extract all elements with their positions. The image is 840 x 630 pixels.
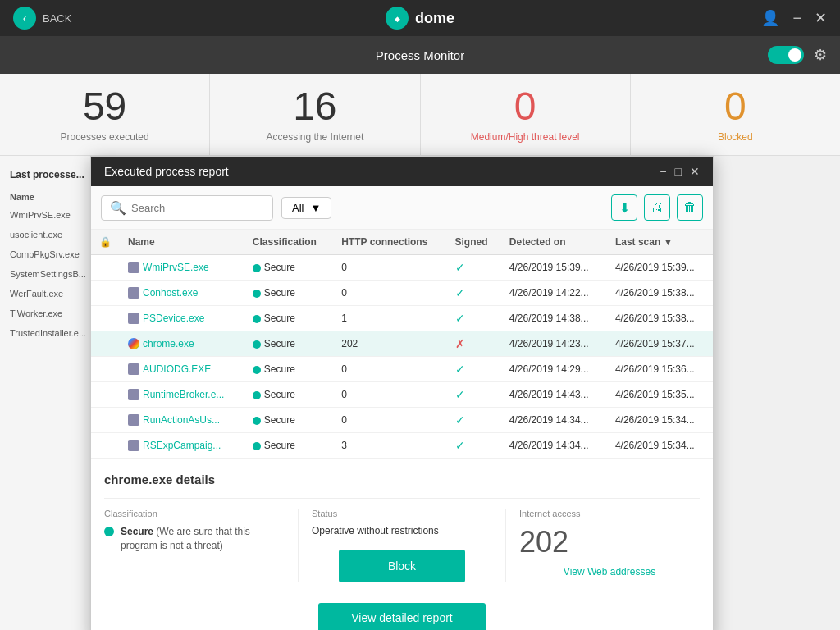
row-classification: Secure xyxy=(244,357,333,382)
table-row[interactable]: PSDevice.exe Secure 1 ✓ 4/26/2019 14:38.… xyxy=(91,306,713,331)
stat-label-processes: Processes executed xyxy=(61,131,149,143)
process-icon xyxy=(128,313,139,324)
classification-dot xyxy=(253,264,261,272)
internet-access-label: Internet access xyxy=(519,509,700,518)
row-signed: ✓ xyxy=(447,357,501,382)
classification-bold: Secure xyxy=(121,526,153,537)
classification-dot xyxy=(253,391,261,399)
row-http: 3 xyxy=(333,433,446,459)
executed-process-dialog: Executed process report − □ ✕ 🔍 All ▼ xyxy=(90,156,714,630)
dialog-header-controls: − □ ✕ xyxy=(660,165,700,178)
dialog-minimize-icon[interactable]: − xyxy=(660,165,666,178)
secure-dot xyxy=(104,527,114,536)
logo-icon: ⬥ xyxy=(386,7,409,30)
row-detected: 4/26/2019 14:34... xyxy=(501,408,607,433)
col-detected[interactable]: Detected on xyxy=(501,230,607,255)
back-button[interactable]: ‹ BACK xyxy=(13,7,71,30)
row-icon-cell xyxy=(91,331,120,357)
classification-dot xyxy=(253,315,261,323)
user-icon[interactable]: 👤 xyxy=(761,9,779,27)
signed-check-icon: ✓ xyxy=(455,312,465,325)
process-table: 🔒 Name Classification HTTP connections S… xyxy=(91,230,713,459)
stats-bar: 59 Processes executed 16 Accessing the I… xyxy=(0,74,840,156)
back-label: BACK xyxy=(43,12,71,25)
process-name-link[interactable]: RuntimeBroker.e... xyxy=(143,389,224,400)
table-row[interactable]: RuntimeBroker.e... Secure 0 ✓ 4/26/2019 … xyxy=(91,382,713,408)
process-name-link[interactable]: WmiPrvSE.exe xyxy=(143,262,209,273)
process-name-link[interactable]: AUDIODG.EXE xyxy=(143,363,211,375)
process-name-link[interactable]: RunActionAsUs... xyxy=(143,414,220,426)
row-http: 1 xyxy=(333,306,446,331)
process-monitor-toggle[interactable] xyxy=(768,46,804,64)
row-name: chrome.exe xyxy=(120,331,244,357)
dialog-header: Executed process report − □ ✕ xyxy=(91,157,713,186)
classification-dot xyxy=(253,442,261,450)
process-name-link[interactable]: chrome.exe xyxy=(143,338,194,349)
search-icon: 🔍 xyxy=(110,200,126,216)
row-last-scan: 4/26/2019 15:38... xyxy=(607,306,713,331)
pm-controls: ⚙ xyxy=(768,46,827,64)
signed-check-icon: ✓ xyxy=(455,413,465,427)
delete-icon-button[interactable]: 🗑 xyxy=(677,194,703,221)
process-name-link[interactable]: PSDevice.exe xyxy=(143,313,204,324)
export-icon-button[interactable]: ⬇ xyxy=(611,194,637,221)
settings-icon[interactable]: ⚙ xyxy=(814,46,827,64)
row-icon-cell xyxy=(91,382,120,408)
row-last-scan: 4/26/2019 15:36... xyxy=(607,357,713,382)
logo-text: dome xyxy=(415,10,454,27)
process-name-link[interactable]: RSExpCampaig... xyxy=(143,440,221,451)
search-input[interactable] xyxy=(131,202,262,214)
dialog-close-icon[interactable]: ✕ xyxy=(690,165,700,178)
process-icon xyxy=(128,389,139,400)
table-row[interactable]: WmiPrvSE.exe Secure 0 ✓ 4/26/2019 15:39.… xyxy=(91,255,713,281)
row-http: 202 xyxy=(333,331,446,357)
signed-check-icon: ✓ xyxy=(455,261,465,274)
process-monitor-title: Process Monitor xyxy=(376,48,464,62)
stat-processes-executed: 59 Processes executed xyxy=(0,74,210,155)
detail-sections: Classification Secure (We are sure that … xyxy=(104,498,700,582)
print-icon-button[interactable]: 🖨 xyxy=(644,194,670,221)
row-detected: 4/26/2019 15:39... xyxy=(501,255,607,281)
col-http[interactable]: HTTP connections xyxy=(333,230,446,255)
view-detailed-report-button[interactable]: View detailed report xyxy=(318,603,485,630)
classification-text: Secure (We are sure that this program is… xyxy=(121,525,285,553)
status-section: Status Operative without restrictions Bl… xyxy=(299,509,506,582)
table-row[interactable]: RunActionAsUs... Secure 0 ✓ 4/26/2019 14… xyxy=(91,408,713,433)
row-name: WmiPrvSE.exe xyxy=(120,255,244,281)
chevron-down-icon: ▼ xyxy=(310,202,321,214)
block-button[interactable]: Block xyxy=(339,550,465,582)
row-name: RuntimeBroker.e... xyxy=(120,382,244,408)
classification-row: Secure (We are sure that this program is… xyxy=(104,525,285,553)
table-row[interactable]: AUDIODG.EXE Secure 0 ✓ 4/26/2019 14:29..… xyxy=(91,357,713,382)
col-signed[interactable]: Signed xyxy=(447,230,501,255)
close-icon[interactable]: ✕ xyxy=(815,9,827,27)
internet-access-section: Internet access 202 View Web addresses xyxy=(506,509,700,582)
dialog-overlay: Executed process report − □ ✕ 🔍 All ▼ xyxy=(0,156,840,630)
minimize-icon[interactable]: − xyxy=(792,10,801,27)
col-name[interactable]: Name xyxy=(120,230,244,255)
row-classification: Secure xyxy=(244,255,333,281)
table-row[interactable]: Conhost.exe Secure 0 ✓ 4/26/2019 14:22..… xyxy=(91,281,713,306)
signed-check-icon: ✓ xyxy=(455,388,465,401)
row-http: 0 xyxy=(333,255,446,281)
view-web-addresses-link[interactable]: View Web addresses xyxy=(519,566,700,578)
stat-number-blocked: 0 xyxy=(724,87,746,126)
stat-blocked: 0 Blocked xyxy=(631,74,840,155)
col-classification[interactable]: Classification xyxy=(244,230,333,255)
row-name: RunActionAsUs... xyxy=(120,408,244,433)
search-box[interactable]: 🔍 xyxy=(101,195,273,221)
top-bar: ‹ BACK ⬥ dome 👤 − ✕ xyxy=(0,0,840,36)
row-detected: 4/26/2019 14:29... xyxy=(501,357,607,382)
row-icon-cell xyxy=(91,357,120,382)
view-report-section: View detailed report xyxy=(91,596,713,630)
filter-dropdown[interactable]: All ▼ xyxy=(281,197,331,219)
process-name-link[interactable]: Conhost.exe xyxy=(143,287,198,299)
classification-dot xyxy=(253,417,261,425)
row-http: 0 xyxy=(333,281,446,306)
row-last-scan: 4/26/2019 15:37... xyxy=(607,331,713,357)
col-last-scan[interactable]: Last scan ▼ xyxy=(607,230,713,255)
dialog-maximize-icon[interactable]: □ xyxy=(675,165,682,178)
table-row[interactable]: chrome.exe Secure 202 ✗ 4/26/2019 14:23.… xyxy=(91,331,713,357)
table-row[interactable]: RSExpCampaig... Secure 3 ✓ 4/26/2019 14:… xyxy=(91,433,713,459)
row-signed: ✓ xyxy=(447,255,501,281)
